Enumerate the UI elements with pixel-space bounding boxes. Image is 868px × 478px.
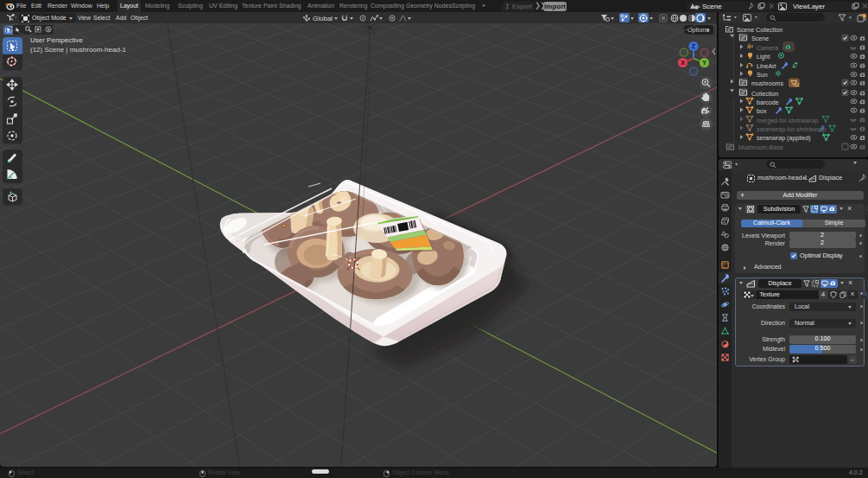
svg-text:Collection: Collection <box>751 91 778 98</box>
svg-text:saranwrap-for-shrinkwrap: saranwrap-for-shrinkwrap <box>757 126 826 133</box>
svg-text:box: box <box>757 108 767 115</box>
svg-text:X: X <box>681 60 685 66</box>
svg-text:Sun: Sun <box>757 72 768 79</box>
svg-text:12: 12 <box>795 82 800 87</box>
svg-text:Z: Z <box>692 43 696 49</box>
svg-text:LineArt: LineArt <box>757 63 776 70</box>
svg-text:barcode: barcode <box>757 99 779 106</box>
svg-text:Scene Collection: Scene Collection <box>737 27 782 34</box>
svg-text:Mushroom-Base: Mushroom-Base <box>738 144 783 151</box>
svg-text:Scene: Scene <box>751 35 769 42</box>
svg-text:Y: Y <box>702 60 706 66</box>
svg-text:(12) Scene | mushroom-head-1: (12) Scene | mushroom-head-1 <box>30 46 127 54</box>
svg-text:seranwrap (applied): seranwrap (applied) <box>757 135 811 142</box>
svg-text:Light: Light <box>757 54 770 61</box>
svg-text:User Perspective: User Perspective <box>30 36 83 44</box>
svg-text:merged-for-shrinkwrap: merged-for-shrinkwrap <box>757 118 818 124</box>
svg-text:Camera: Camera <box>757 45 778 52</box>
svg-text:mushrooms: mushrooms <box>751 80 784 87</box>
